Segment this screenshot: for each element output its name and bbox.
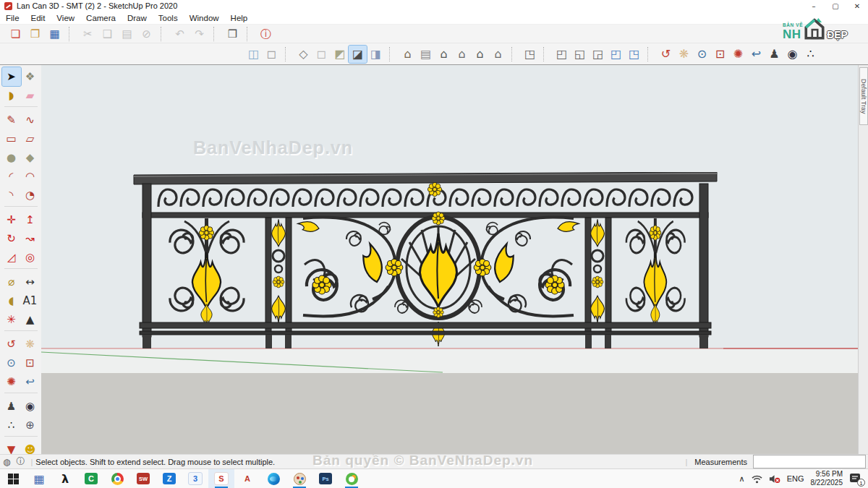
- zoom-window-icon[interactable]: ⊡: [711, 46, 729, 63]
- freehand-icon[interactable]: ∿: [21, 111, 40, 129]
- style-monochrome-icon[interactable]: ◨: [367, 46, 385, 63]
- chrome-taskbar-button[interactable]: [104, 469, 130, 488]
- axes-icon[interactable]: ✳: [2, 310, 21, 329]
- text-icon[interactable]: A1: [21, 291, 40, 310]
- solidworks-taskbar-button[interactable]: SW: [130, 469, 156, 488]
- menu-view[interactable]: View: [51, 14, 80, 22]
- style-xray-icon[interactable]: ◫: [244, 46, 263, 63]
- help-icon[interactable]: ⓘ: [16, 455, 25, 468]
- view-back-icon[interactable]: ⌂: [489, 46, 507, 63]
- orbit-icon[interactable]: ↺: [2, 335, 21, 354]
- paint-palette-app-taskbar-button[interactable]: [286, 469, 312, 488]
- position-camera-icon[interactable]: ♟: [2, 397, 21, 416]
- minimize-button[interactable]: –: [803, 1, 825, 12]
- model-info-icon[interactable]: ⓘ: [256, 25, 276, 43]
- menu-window[interactable]: Window: [184, 14, 225, 22]
- view-right-icon[interactable]: ⌂: [453, 46, 471, 63]
- restore-button[interactable]: ▢: [825, 1, 846, 12]
- zoom-extents-icon[interactable]: ✺: [2, 372, 21, 391]
- rectangle-icon[interactable]: ▭: [2, 129, 21, 148]
- follow-me-icon[interactable]: ↝: [21, 229, 40, 248]
- zoom-previous-icon[interactable]: ↩: [747, 46, 765, 63]
- make-component-icon[interactable]: ❖: [21, 67, 40, 86]
- menu-tools[interactable]: Tools: [153, 14, 184, 22]
- zoom-previous-icon[interactable]: ↩: [21, 372, 40, 391]
- section-plane-icon[interactable]: ⊕: [21, 416, 40, 435]
- default-tray-tab[interactable]: Default Tray: [859, 67, 868, 125]
- edge-taskbar-button[interactable]: [260, 469, 286, 488]
- menu-camera[interactable]: Camera: [80, 14, 122, 22]
- position-camera-icon[interactable]: ♟: [765, 46, 783, 63]
- clock[interactable]: 9:56 PM 8/22/2025: [811, 470, 843, 487]
- autocad-taskbar-button[interactable]: A: [234, 469, 260, 488]
- coccoc-taskbar-button[interactable]: [339, 469, 365, 488]
- section-plane-icon[interactable]: ◳: [521, 46, 539, 63]
- display-section-cuts-icon[interactable]: ◱: [571, 46, 589, 63]
- walk-icon[interactable]: ∴: [2, 416, 21, 435]
- select-icon[interactable]: ➤: [2, 67, 21, 86]
- orbit-icon[interactable]: ↺: [657, 46, 675, 63]
- redo-icon[interactable]: ↷: [190, 25, 209, 43]
- calculator-taskbar-button[interactable]: ▦: [26, 469, 52, 488]
- paste-icon[interactable]: ▤: [117, 25, 137, 43]
- offset-icon[interactable]: ◎: [21, 248, 40, 267]
- style-wireframe-icon[interactable]: ◇: [294, 46, 312, 63]
- zoom-icon[interactable]: ⊙: [2, 354, 21, 372]
- arc-icon[interactable]: ◜: [2, 167, 21, 186]
- look-around-icon[interactable]: ◉: [783, 46, 801, 63]
- running-figure-app-taskbar-button[interactable]: λ: [52, 469, 78, 488]
- railing-model[interactable]: [132, 172, 718, 353]
- pan-icon[interactable]: ❋: [21, 335, 40, 354]
- measurements-input[interactable]: [753, 455, 866, 468]
- rotate-icon[interactable]: ↻: [2, 229, 21, 248]
- three-point-arc-icon[interactable]: ◝: [2, 186, 21, 205]
- menu-help[interactable]: Help: [225, 14, 254, 22]
- paint-bucket-icon[interactable]: ◗: [2, 86, 21, 105]
- 3d-text-icon[interactable]: ▲: [21, 310, 40, 329]
- view-top-icon[interactable]: ▤: [417, 46, 435, 63]
- display-section-planes-icon[interactable]: ◰: [553, 46, 571, 63]
- look-around-icon[interactable]: ◉: [21, 397, 40, 416]
- notification-icon[interactable]: 1: [849, 473, 862, 484]
- zalo-taskbar-button[interactable]: Z: [156, 469, 182, 488]
- view-iso-icon[interactable]: ⌂: [399, 46, 417, 63]
- undo-icon[interactable]: ↶: [170, 25, 190, 43]
- menu-edit[interactable]: Edit: [25, 14, 51, 22]
- zoom-window-icon[interactable]: ⊡: [21, 354, 40, 372]
- scale-icon[interactable]: ◿: [2, 248, 21, 267]
- section-tool-1-icon[interactable]: ◰: [607, 46, 625, 63]
- new-icon[interactable]: ❏: [6, 25, 25, 43]
- model-canvas[interactable]: BanVeNhaDep.vn: [41, 65, 858, 454]
- push-pull-icon[interactable]: ↥: [21, 210, 40, 229]
- view-front-icon[interactable]: ⌂: [435, 46, 453, 63]
- speaker-muted-icon[interactable]: [769, 474, 780, 484]
- geolocation-icon[interactable]: ◍: [3, 457, 10, 467]
- pie-icon[interactable]: ◔: [21, 186, 40, 205]
- start-taskbar-button[interactable]: [0, 469, 26, 488]
- three-app-taskbar-button[interactable]: 3: [182, 469, 208, 488]
- menu-draw[interactable]: Draw: [122, 14, 153, 22]
- line-icon[interactable]: ✎: [2, 111, 21, 129]
- sketchup-taskbar-button[interactable]: S: [208, 469, 234, 488]
- language-indicator[interactable]: ENG: [787, 474, 804, 483]
- eraser-icon[interactable]: ▰: [21, 86, 40, 105]
- open-icon[interactable]: ❐: [25, 25, 45, 43]
- circle-icon[interactable]: ●: [2, 148, 21, 167]
- zoom-extents-icon[interactable]: ✺: [729, 46, 747, 63]
- cut-icon[interactable]: ✂: [78, 25, 98, 43]
- protractor-icon[interactable]: ◖: [2, 291, 21, 310]
- menu-file[interactable]: File: [0, 14, 25, 22]
- walk-icon[interactable]: ∴: [801, 46, 820, 63]
- copy-icon[interactable]: ❑: [98, 25, 117, 43]
- rotated-rectangle-icon[interactable]: ▱: [21, 129, 40, 148]
- tray-chevron-icon[interactable]: ∧: [739, 474, 745, 484]
- tape-measure-icon[interactable]: ⌀: [2, 273, 21, 291]
- display-section-fill-icon[interactable]: ◲: [589, 46, 607, 63]
- section-tool-2-icon[interactable]: ◳: [625, 46, 643, 63]
- polygon-icon[interactable]: ◆: [21, 148, 40, 167]
- close-button[interactable]: ✕: [846, 1, 868, 12]
- print-icon[interactable]: ❒: [223, 25, 242, 43]
- move-icon[interactable]: ✛: [2, 210, 21, 229]
- wifi-icon[interactable]: [752, 474, 762, 484]
- camtasia-taskbar-button[interactable]: C: [78, 469, 104, 488]
